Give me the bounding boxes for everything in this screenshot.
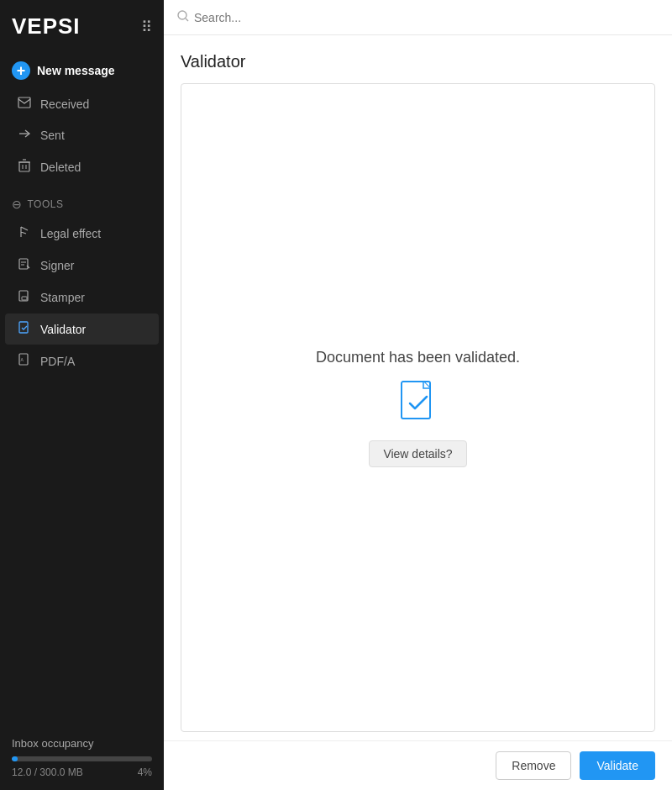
sidebar-item-validator[interactable]: Validator — [5, 313, 159, 345]
main-area: Validator Document has been validated. V… — [164, 0, 672, 790]
validated-message: Document has been validated. — [316, 349, 520, 366]
tools-label: TOOLS — [28, 198, 64, 210]
occupancy-used-total: 12.0 / 300.0 MB — [12, 766, 83, 778]
search-input[interactable] — [194, 11, 362, 24]
sidebar-item-pdfa[interactable]: A PDF/A — [5, 345, 159, 377]
document-validated-icon — [398, 380, 438, 427]
content-area: Validator Document has been validated. V… — [164, 35, 672, 740]
tools-section: ⊖ TOOLS Legal effect Signer — [0, 192, 164, 377]
footer-actions: Remove Validate — [164, 740, 672, 790]
validator-box: Document has been validated. View detail… — [181, 83, 655, 732]
received-icon — [17, 97, 32, 111]
sidebar-header: VEPSI ⠿ — [0, 0, 164, 53]
logo: VEPSI — [12, 13, 81, 40]
progress-bar-background — [12, 756, 152, 761]
pdfa-label: PDF/A — [40, 355, 75, 368]
svg-point-15 — [178, 11, 186, 19]
svg-rect-7 — [19, 259, 28, 269]
view-details-button[interactable]: View details? — [369, 440, 466, 467]
svg-rect-12 — [19, 322, 28, 333]
occupancy-stats: 12.0 / 300.0 MB 4% — [12, 766, 152, 778]
deleted-label: Deleted — [40, 161, 81, 174]
sidebar-item-deleted[interactable]: Deleted — [5, 151, 159, 182]
svg-rect-11 — [22, 297, 27, 300]
inbox-occupancy-label: Inbox occupancy — [12, 737, 152, 750]
pdfa-icon: A — [17, 353, 32, 369]
received-label: Received — [40, 97, 89, 111]
legal-effect-icon — [17, 225, 32, 241]
stamper-label: Stamper — [40, 291, 85, 304]
new-message-label: New message — [37, 64, 115, 77]
inbox-occupancy-section: Inbox occupancy 12.0 / 300.0 MB 4% — [0, 725, 164, 790]
occupancy-percent: 4% — [138, 766, 152, 778]
sidebar-item-sent[interactable]: Sent — [5, 120, 159, 150]
tools-header: ⊖ TOOLS — [0, 192, 164, 217]
new-message-button[interactable]: + New message — [0, 53, 164, 88]
sent-label: Sent — [40, 129, 65, 142]
sent-icon — [17, 128, 32, 142]
svg-rect-2 — [19, 162, 29, 171]
sidebar-item-signer[interactable]: Signer — [5, 250, 159, 281]
sidebar-item-stamper[interactable]: Stamper — [5, 282, 159, 313]
validator-label: Validator — [40, 323, 86, 336]
legal-effect-label: Legal effect — [40, 227, 101, 240]
svg-text:A: A — [21, 357, 24, 362]
remove-button[interactable]: Remove — [496, 751, 571, 780]
svg-rect-0 — [18, 97, 30, 108]
signer-label: Signer — [40, 259, 74, 272]
deleted-icon — [17, 159, 32, 175]
signer-icon — [17, 257, 32, 273]
sidebar-item-received[interactable]: Received — [5, 89, 159, 118]
grid-icon[interactable]: ⠿ — [141, 18, 152, 36]
search-wrapper — [177, 10, 659, 24]
svg-line-16 — [186, 18, 188, 21]
validator-icon — [17, 321, 32, 337]
main-header — [164, 0, 672, 35]
validate-button[interactable]: Validate — [580, 751, 655, 780]
progress-bar-fill — [12, 756, 18, 761]
stamper-icon — [17, 289, 32, 305]
plus-circle-icon: + — [12, 61, 30, 80]
search-icon — [177, 10, 189, 24]
sidebar-item-legal-effect[interactable]: Legal effect — [5, 218, 159, 249]
page-title: Validator — [181, 52, 655, 71]
collapse-tools-icon[interactable]: ⊖ — [12, 198, 23, 211]
sidebar: VEPSI ⠿ + New message Received Sent — [0, 0, 164, 790]
